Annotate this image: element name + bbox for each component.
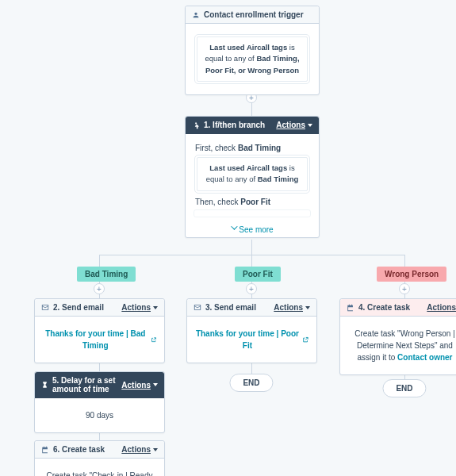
actions-dropdown[interactable]: Actions <box>121 445 158 454</box>
criteria-box-collapsed <box>194 209 311 217</box>
branch-label-bad-timing: Bad Timing <box>77 267 136 282</box>
branch-label-wrong-person: Wrong Person <box>377 267 446 282</box>
branch-label-poor-fit: Poor Fit <box>235 267 281 282</box>
if-then-branch-card[interactable]: 1. If/then branch Actions First, check B… <box>185 116 320 238</box>
end-pill: END <box>382 379 426 397</box>
add-action-button[interactable]: + <box>246 283 257 294</box>
hourglass-icon <box>41 381 48 389</box>
then-check-label: Then, check Poor Fit <box>195 198 311 206</box>
card-body: Create task "Check-in | Ready to connect… <box>35 459 164 476</box>
first-check-label: First, check Bad Timing <box>195 144 311 152</box>
card-title: 2. Send email <box>53 303 104 312</box>
card-header: 5. Delay for a set amount of time Action… <box>35 372 164 398</box>
card-title: 6. Create task <box>53 445 105 454</box>
card-title: Contact enrollment trigger <box>204 10 304 19</box>
card-title: 5. Delay for a set amount of time <box>52 376 121 393</box>
delay-card[interactable]: 5. Delay for a set amount of time Action… <box>34 371 165 433</box>
send-email-card[interactable]: 2. Send email Actions Thanks for your ti… <box>34 298 165 363</box>
create-task-card[interactable]: 6. Create task Actions Create task "Chec… <box>34 440 165 476</box>
actions-dropdown[interactable]: Actions <box>121 303 158 312</box>
chevron-down-icon <box>231 223 237 229</box>
create-task-card[interactable]: 4. Create task Actions Create task "Wron… <box>339 298 456 375</box>
criteria-box: Last used Aircall tags is equal to any o… <box>197 36 308 82</box>
actions-dropdown[interactable]: Actions <box>427 303 456 312</box>
email-link[interactable]: Thanks for your time | Bad Timing <box>43 328 156 351</box>
email-icon <box>41 304 49 311</box>
caret-down-icon <box>153 448 158 451</box>
card-body: Thanks for your time | Bad Timing <box>35 317 164 363</box>
card-header: 3. Send email Actions <box>187 299 316 317</box>
branch-icon <box>192 121 200 129</box>
caret-down-icon <box>153 383 158 386</box>
contact-icon <box>192 11 200 19</box>
email-link[interactable]: Thanks for your time | Poor Fit <box>195 328 308 351</box>
workflow-canvas: + + + + + + + + Contact enrollment trigg… <box>0 0 456 476</box>
card-header: 4. Create task Actions <box>340 299 456 317</box>
card-body: 90 days <box>35 398 164 432</box>
end-pill: END <box>229 374 273 392</box>
card-body: Create task "Wrong Person | Determine Ne… <box>340 317 456 374</box>
connector <box>251 240 252 255</box>
add-action-button[interactable]: + <box>94 283 105 294</box>
card-title: 1. If/then branch <box>204 121 265 129</box>
actions-dropdown[interactable]: Actions <box>121 381 158 390</box>
card-header: Contact enrollment trigger <box>186 6 319 24</box>
caret-down-icon <box>153 306 158 309</box>
email-icon <box>194 304 201 311</box>
calendar-icon <box>347 304 354 312</box>
criteria-box: Last used Aircall tags is equal to any o… <box>197 157 308 191</box>
card-body: Thanks for your time | Poor Fit <box>187 317 316 363</box>
card-body: Last used Aircall tags is equal to any o… <box>186 24 319 94</box>
caret-down-icon <box>308 124 312 127</box>
caret-down-icon <box>305 306 310 309</box>
actions-dropdown[interactable]: Actions <box>274 303 310 312</box>
calendar-icon <box>41 446 49 454</box>
see-more-button[interactable]: See more <box>194 221 311 237</box>
add-action-button[interactable]: + <box>399 283 410 294</box>
card-title: 3. Send email <box>205 303 256 312</box>
card-header: 1. If/then branch Actions <box>186 117 319 134</box>
enrollment-trigger-card[interactable]: Contact enrollment trigger Last used Air… <box>185 6 320 95</box>
card-body: First, check Bad Timing Last used Aircal… <box>186 134 319 237</box>
card-header: 2. Send email Actions <box>35 299 164 317</box>
contact-owner-link[interactable]: Contact owner <box>397 351 452 363</box>
card-header: 6. Create task Actions <box>35 441 164 459</box>
send-email-card[interactable]: 3. Send email Actions Thanks for your ti… <box>186 298 317 363</box>
actions-dropdown[interactable]: Actions <box>276 121 312 129</box>
card-title: 4. Create task <box>358 303 410 312</box>
